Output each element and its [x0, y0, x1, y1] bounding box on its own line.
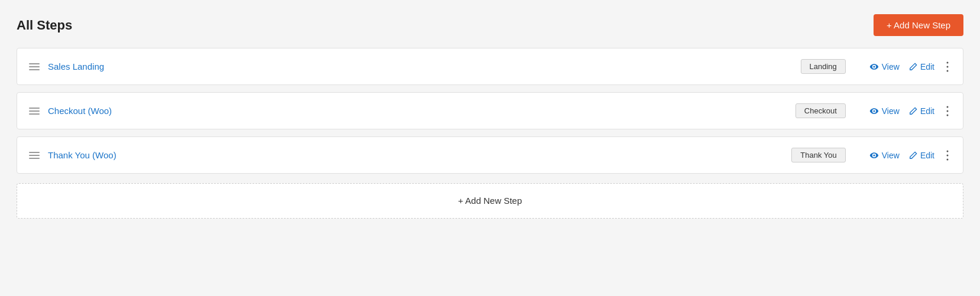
- more-options-button[interactable]: [944, 150, 951, 161]
- svg-point-5: [947, 114, 949, 116]
- edit-button[interactable]: Edit: [909, 62, 934, 71]
- more-dots-icon: [946, 61, 949, 72]
- svg-point-1: [947, 66, 949, 67]
- page-title: All Steps: [17, 18, 72, 33]
- step-type-badge: Checkout: [795, 103, 846, 118]
- step-actions: View Edit: [869, 106, 951, 116]
- steps-list: Sales Landing Landing View Edit: [17, 48, 963, 181]
- svg-point-4: [947, 110, 949, 112]
- more-dots-icon: [946, 106, 949, 116]
- view-icon: [869, 106, 879, 116]
- add-new-step-button-top[interactable]: + Add New Step: [874, 14, 963, 36]
- step-actions: View Edit: [869, 61, 951, 72]
- drag-handle[interactable]: [29, 63, 40, 70]
- step-name[interactable]: Thank You (Woo): [48, 150, 791, 160]
- step-actions: View Edit: [869, 150, 951, 161]
- drag-handle[interactable]: [29, 108, 40, 115]
- edit-icon: [909, 107, 917, 115]
- more-dots-icon: [946, 150, 949, 161]
- view-button[interactable]: View: [869, 151, 900, 160]
- edit-button[interactable]: Edit: [909, 106, 934, 116]
- step-type-badge: Landing: [801, 59, 846, 74]
- view-icon: [869, 62, 879, 71]
- step-row: Checkout (Woo) Checkout View Edit: [17, 92, 963, 129]
- more-options-button[interactable]: [944, 106, 951, 116]
- svg-point-3: [947, 106, 949, 108]
- edit-button[interactable]: Edit: [909, 151, 934, 160]
- svg-point-7: [947, 154, 949, 156]
- svg-point-0: [947, 61, 949, 63]
- step-name[interactable]: Sales Landing: [48, 61, 801, 71]
- page-header: All Steps + Add New Step: [17, 14, 963, 36]
- edit-icon: [909, 63, 917, 71]
- add-new-step-footer[interactable]: + Add New Step: [17, 183, 963, 219]
- more-options-button[interactable]: [944, 61, 951, 72]
- step-row: Thank You (Woo) Thank You View Edit: [17, 136, 963, 174]
- add-step-footer-label: + Add New Step: [458, 196, 522, 206]
- edit-icon: [909, 151, 917, 160]
- step-row: Sales Landing Landing View Edit: [17, 48, 963, 85]
- view-icon: [869, 151, 879, 160]
- step-name[interactable]: Checkout (Woo): [48, 106, 795, 116]
- svg-point-6: [947, 150, 949, 152]
- view-button[interactable]: View: [869, 62, 900, 71]
- drag-handle[interactable]: [29, 152, 40, 159]
- step-type-badge: Thank You: [791, 148, 845, 162]
- svg-point-2: [947, 70, 949, 71]
- view-button[interactable]: View: [869, 106, 900, 116]
- svg-point-8: [947, 158, 949, 160]
